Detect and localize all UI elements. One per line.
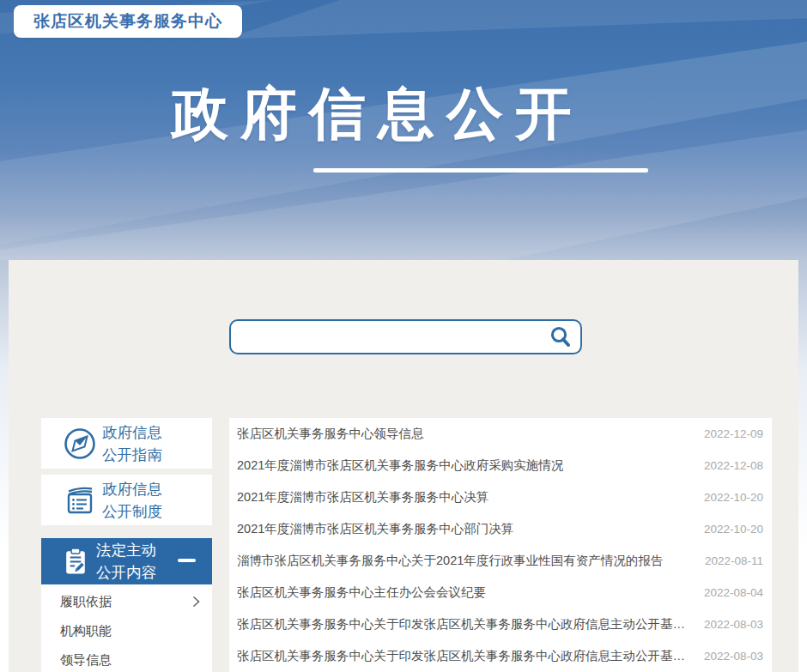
article-date: 2022-08-03: [704, 650, 763, 663]
article-title: 张店区机关事务服务中心主任办公会会议纪要: [237, 584, 486, 601]
article-date: 2022-10-20: [704, 491, 763, 504]
sidebar-item-label: 政府信息 公开制度: [102, 478, 162, 523]
sidebar-item-rules[interactable]: 政府信息 公开制度: [41, 475, 212, 525]
article-date: 2022-10-20: [704, 523, 763, 536]
compass-icon: [63, 427, 97, 461]
article-title: 张店区机关事务服务中心领导信息: [237, 426, 424, 442]
article-date: 2022-08-03: [704, 618, 763, 631]
submenu-item-leaders[interactable]: 领导信息: [41, 645, 212, 672]
sidebar-item-guide[interactable]: 政府信息 公开指南: [41, 418, 212, 469]
collapse-minus-icon[interactable]: [178, 559, 196, 562]
article-title: 张店区机关事务服务中心关于印发张店区机关事务服务中心政府信息主动公开基本目录的通…: [237, 616, 697, 633]
notebook-icon: [63, 483, 97, 518]
page: 张店区机关事务服务中心 政府信息公开: [0, 0, 807, 672]
title-underline: [313, 168, 648, 173]
article-title: 2021年度淄博市张店区机关事务服务中心政府采购实施情况: [237, 457, 563, 474]
article-title: 2021年度淄博市张店区机关事务服务中心部门决算: [237, 521, 513, 537]
article-row[interactable]: 2021年度淄博市张店区机关事务服务中心政府采购实施情况 2022-12-08: [229, 450, 772, 481]
article-row[interactable]: 张店区机关事务服务中心关于印发张店区机关事务服务中心政府信息主动公开基本目录的通…: [229, 608, 772, 640]
clipboard-pen-icon: [60, 546, 91, 577]
article-title: 2021年度淄博市张店区机关事务服务中心决算: [237, 489, 488, 506]
article-title: 淄博市张店区机关事务服务中心关于2021年度行政事业性国有资产情况的报告: [237, 553, 663, 569]
hero-banner: 张店区机关事务服务中心 政府信息公开: [0, 0, 807, 260]
article-row[interactable]: 张店区机关事务服务中心主任办公会会议纪要 2022-08-04: [229, 577, 772, 608]
article-row[interactable]: 张店区机关事务服务中心领导信息 2022-12-09: [229, 418, 772, 450]
article-date: 2022-08-11: [705, 554, 763, 567]
article-row[interactable]: 淄博市张店区机关事务服务中心关于2021年度行政事业性国有资产情况的报告 202…: [229, 545, 772, 577]
content-panel: 政府信息 公开指南: [9, 260, 798, 672]
chevron-right-icon: [192, 596, 200, 608]
page-title: 政府信息公开: [137, 76, 618, 153]
sidebar-item-statutory-active[interactable]: 法定主动 公开内容: [41, 538, 212, 584]
site-name-label: 张店区机关事务服务中心: [33, 10, 222, 33]
article-row[interactable]: 2021年度淄博市张店区机关事务服务中心部门决算 2022-10-20: [229, 513, 772, 545]
article-date: 2022-12-09: [704, 427, 763, 440]
sidebar-item-label: 政府信息 公开指南: [102, 421, 162, 466]
search-button[interactable]: [541, 321, 580, 353]
submenu-item-functions[interactable]: 机构职能: [41, 616, 212, 645]
site-name-badge[interactable]: 张店区机关事务服务中心: [14, 5, 242, 38]
article-row[interactable]: 2021年度淄博市张店区机关事务服务中心决算 2022-10-20: [229, 481, 772, 513]
search-input[interactable]: [231, 321, 541, 353]
article-title: 张店区机关事务服务中心关于印发张店区机关事务服务中心政府信息主动公开基本目录的通…: [237, 648, 697, 664]
submenu-item-duty-basis[interactable]: 履职依据: [41, 587, 212, 616]
search-icon: [549, 325, 573, 349]
article-date: 2022-12-08: [704, 459, 763, 472]
article-row[interactable]: 张店区机关事务服务中心关于印发张店区机关事务服务中心政府信息主动公开基本目录的通…: [229, 640, 772, 672]
sidebar-submenu: 履职依据 机构职能 领导信息: [41, 584, 212, 672]
article-date: 2022-08-04: [704, 586, 763, 599]
sidebar-item-label: 法定主动 公开内容: [96, 539, 156, 584]
article-list: 张店区机关事务服务中心领导信息 2022-12-09 2021年度淄博市张店区机…: [229, 418, 772, 672]
search-box: [229, 319, 582, 354]
